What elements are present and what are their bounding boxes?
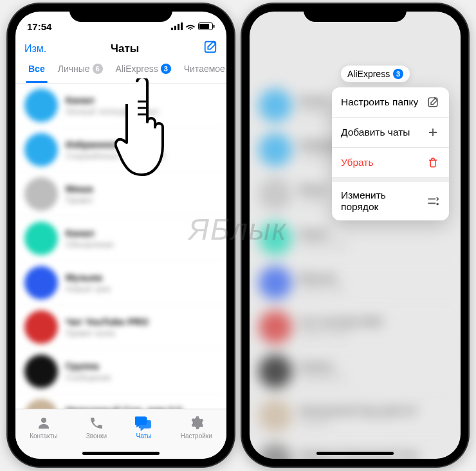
navbar: Изм. Чаты	[15, 37, 226, 61]
chat-row[interactable]: КаналОбновление	[15, 217, 226, 261]
notch	[69, 4, 172, 22]
chat-row[interactable]: ГруппаСообщение	[250, 350, 461, 394]
notch	[304, 4, 407, 22]
home-indicator	[316, 452, 394, 455]
tab-label: AliExpress	[116, 64, 158, 74]
tabbar-calls[interactable]: Звонки	[86, 414, 107, 440]
status-icons	[171, 21, 215, 32]
menu-label: Настроить папку	[341, 96, 418, 108]
tab-badge: 3	[161, 64, 171, 74]
svg-point-8	[41, 418, 46, 423]
phone-frame-left: 17:54 Изм. Чаты Все	[8, 4, 234, 467]
menu-label: Изменить порядок	[341, 190, 426, 213]
home-indicator	[82, 452, 160, 455]
tabbar-contacts[interactable]: Контакты	[30, 414, 57, 440]
tab-badge: 6	[93, 64, 103, 74]
chat-row[interactable]: Неосунный Сад, дом 0.0Андрей	[250, 394, 461, 438]
folder-chip-badge: 3	[393, 69, 403, 79]
tab-aliexpress[interactable]: AliExpress 3	[109, 61, 178, 78]
trash-icon	[426, 156, 440, 170]
tab-label: Все	[28, 64, 45, 74]
tabbar-label: Настройки	[181, 432, 212, 440]
menu-label: Добавить чаты	[341, 127, 410, 138]
status-time: 17:54	[27, 21, 51, 32]
chat-row[interactable]: КаналЛичный телеграм канал	[15, 84, 226, 128]
tab-label: Читаемое	[184, 64, 225, 74]
menu-remove[interactable]: Убрать	[332, 148, 449, 178]
chat-row[interactable]: МузыкаНовый трек	[15, 261, 226, 305]
menu-label: Убрать	[341, 157, 373, 168]
calls-icon	[88, 414, 105, 431]
screen-right: КаналЛичный телеграм каналИзбранноеСохра…	[250, 12, 461, 459]
page-title: Чаты	[111, 42, 139, 55]
chat-row[interactable]: Чат YouTube PROПривет всем	[250, 305, 461, 350]
tabbar-label: Звонки	[86, 432, 107, 440]
settings-icon	[188, 414, 205, 431]
tabbar-chats[interactable]: Чаты	[135, 414, 152, 440]
svg-rect-3	[181, 22, 183, 30]
svg-rect-6	[214, 24, 215, 28]
folder-tabs: Все Личные 6 AliExpress 3 Читаемое 3	[15, 61, 226, 84]
chats-icon	[135, 414, 152, 431]
svg-rect-5	[199, 24, 209, 29]
tabbar-label: Контакты	[30, 432, 57, 440]
chat-row[interactable]: ИзбранноеСохранённые сообщения	[15, 128, 226, 172]
compose-button[interactable]	[203, 40, 217, 57]
signal-icon	[171, 21, 183, 32]
svg-rect-2	[178, 24, 179, 30]
chat-list[interactable]: КаналЛичный телеграм каналИзбранноеСохра…	[15, 84, 226, 459]
folder-chip-label: AliExpress	[347, 69, 390, 79]
svg-rect-1	[174, 26, 176, 30]
edit-icon	[426, 95, 440, 109]
plus-icon	[426, 125, 440, 139]
battery-icon	[198, 21, 215, 32]
chat-row[interactable]: МишаПривет	[15, 172, 226, 217]
edit-button[interactable]: Изм.	[24, 43, 46, 55]
menu-edit-folder[interactable]: Настроить папку	[332, 87, 449, 118]
folder-chip[interactable]: AliExpress 3	[341, 66, 410, 82]
contacts-icon	[35, 414, 52, 431]
menu-add-chats[interactable]: Добавить чаты	[332, 118, 449, 148]
wifi-icon	[185, 21, 196, 32]
chat-row[interactable]: КаналОбновление	[250, 217, 461, 261]
chat-row[interactable]: МузыкаНовый трек	[250, 261, 461, 305]
phone-frame-right: КаналЛичный телеграм каналИзбранноеСохра…	[242, 4, 468, 467]
chat-row[interactable]: Чат YouTube PROПривет всем	[15, 305, 226, 350]
menu-reorder[interactable]: Изменить порядок	[332, 182, 449, 220]
chat-row[interactable]: ГруппаСообщение	[15, 350, 226, 394]
tabbar-settings[interactable]: Настройки	[181, 414, 212, 440]
context-menu: Настроить папку Добавить чаты Убрать Изм	[332, 87, 449, 220]
tabbar-label: Чаты	[136, 432, 152, 440]
screen-left: 17:54 Изм. Чаты Все	[15, 12, 226, 459]
chat-row[interactable]: Квартал Неосунный СадЧаты	[250, 438, 461, 459]
tab-label: Личные	[58, 64, 90, 74]
tab-all[interactable]: Все	[22, 61, 51, 78]
svg-rect-0	[171, 28, 173, 30]
tab-readable[interactable]: Читаемое 3	[178, 61, 226, 78]
reorder-icon	[426, 194, 440, 208]
tab-personal[interactable]: Личные 6	[51, 61, 109, 78]
